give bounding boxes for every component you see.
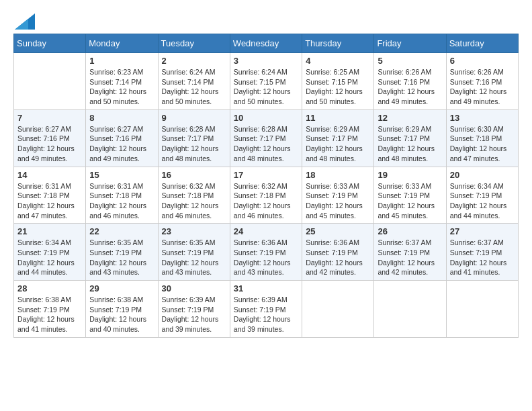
calendar-cell: 7 Sunrise: 6:27 AM Sunset: 7:16 PM Dayli… [14,109,86,167]
day-info: Sunrise: 6:27 AM Sunset: 7:16 PM Dayligh… [89,125,146,163]
day-number: 18 [306,170,370,180]
day-number: 23 [162,226,226,236]
day-info: Sunrise: 6:34 AM Sunset: 7:19 PM Dayligh… [17,238,75,276]
day-info: Sunrise: 6:37 AM Sunset: 7:19 PM Dayligh… [450,238,507,276]
header-day-saturday: Saturday [446,34,518,53]
calendar-cell: 8 Sunrise: 6:27 AM Sunset: 7:16 PM Dayli… [86,109,158,167]
day-info: Sunrise: 6:37 AM Sunset: 7:19 PM Dayligh… [378,238,435,276]
calendar-cell: 27 Sunrise: 6:37 AM Sunset: 7:19 PM Dayl… [446,224,518,281]
calendar-cell: 31 Sunrise: 6:39 AM Sunset: 7:19 PM Dayl… [230,281,302,338]
calendar-week-row: 14 Sunrise: 6:31 AM Sunset: 7:18 PM Dayl… [14,167,519,224]
calendar-week-row: 7 Sunrise: 6:27 AM Sunset: 7:16 PM Dayli… [14,109,519,167]
calendar-cell: 9 Sunrise: 6:28 AM Sunset: 7:17 PM Dayli… [158,109,230,167]
day-number: 15 [89,170,154,180]
day-info: Sunrise: 6:33 AM Sunset: 7:19 PM Dayligh… [306,182,363,220]
calendar-cell: 17 Sunrise: 6:32 AM Sunset: 7:18 PM Dayl… [230,167,302,224]
day-number: 7 [17,113,82,123]
header-day-thursday: Thursday [302,34,374,53]
day-number: 9 [162,113,226,123]
day-number: 8 [89,113,154,123]
day-number: 20 [450,170,515,180]
calendar-cell: 25 Sunrise: 6:36 AM Sunset: 7:19 PM Dayl… [302,224,374,281]
day-number: 3 [234,56,298,66]
day-number: 28 [17,283,82,293]
calendar-cell: 12 Sunrise: 6:29 AM Sunset: 7:17 PM Dayl… [374,109,446,167]
header-day-friday: Friday [374,34,446,53]
day-info: Sunrise: 6:36 AM Sunset: 7:19 PM Dayligh… [234,238,291,276]
day-info: Sunrise: 6:39 AM Sunset: 7:19 PM Dayligh… [162,295,219,333]
day-info: Sunrise: 6:30 AM Sunset: 7:18 PM Dayligh… [450,125,507,163]
day-number: 31 [234,283,298,293]
calendar-table: SundayMondayTuesdayWednesdayThursdayFrid… [13,34,519,338]
day-number: 30 [162,283,226,293]
day-info: Sunrise: 6:23 AM Sunset: 7:14 PM Dayligh… [89,68,146,105]
day-info: Sunrise: 6:32 AM Sunset: 7:18 PM Dayligh… [234,182,291,220]
calendar-cell: 22 Sunrise: 6:35 AM Sunset: 7:19 PM Dayl… [86,224,158,281]
calendar-week-row: 21 Sunrise: 6:34 AM Sunset: 7:19 PM Dayl… [14,224,519,281]
calendar-cell: 2 Sunrise: 6:24 AM Sunset: 7:14 PM Dayli… [158,53,230,110]
calendar-cell [302,281,374,338]
calendar-cell: 18 Sunrise: 6:33 AM Sunset: 7:19 PM Dayl… [302,167,374,224]
calendar-cell: 16 Sunrise: 6:32 AM Sunset: 7:18 PM Dayl… [158,167,230,224]
calendar-cell [374,281,446,338]
calendar-cell: 1 Sunrise: 6:23 AM Sunset: 7:14 PM Dayli… [86,53,158,110]
calendar-cell: 20 Sunrise: 6:34 AM Sunset: 7:19 PM Dayl… [446,167,518,224]
day-info: Sunrise: 6:38 AM Sunset: 7:19 PM Dayligh… [17,295,75,333]
day-number: 1 [89,56,154,66]
calendar-cell: 24 Sunrise: 6:36 AM Sunset: 7:19 PM Dayl… [230,224,302,281]
day-info: Sunrise: 6:36 AM Sunset: 7:19 PM Dayligh… [306,238,363,276]
calendar-cell: 6 Sunrise: 6:26 AM Sunset: 7:16 PM Dayli… [446,53,518,110]
day-info: Sunrise: 6:35 AM Sunset: 7:19 PM Dayligh… [89,238,146,276]
calendar-cell: 4 Sunrise: 6:25 AM Sunset: 7:15 PM Dayli… [302,53,374,110]
calendar-cell [446,281,518,338]
day-info: Sunrise: 6:28 AM Sunset: 7:17 PM Dayligh… [234,125,291,163]
calendar-cell: 28 Sunrise: 6:38 AM Sunset: 7:19 PM Dayl… [14,281,86,338]
day-info: Sunrise: 6:26 AM Sunset: 7:16 PM Dayligh… [378,68,435,105]
day-number: 24 [234,226,298,236]
day-number: 27 [450,226,515,236]
day-number: 21 [17,226,82,236]
day-info: Sunrise: 6:26 AM Sunset: 7:16 PM Dayligh… [450,68,507,105]
day-info: Sunrise: 6:28 AM Sunset: 7:17 PM Dayligh… [162,125,219,163]
day-number: 2 [162,56,226,66]
day-info: Sunrise: 6:29 AM Sunset: 7:17 PM Dayligh… [306,125,363,163]
calendar-cell: 10 Sunrise: 6:28 AM Sunset: 7:17 PM Dayl… [230,109,302,167]
day-number: 13 [450,113,515,123]
day-number: 26 [378,226,442,236]
calendar-cell: 14 Sunrise: 6:31 AM Sunset: 7:18 PM Dayl… [14,167,86,224]
day-info: Sunrise: 6:29 AM Sunset: 7:17 PM Dayligh… [378,125,435,163]
calendar-cell [14,53,86,110]
day-number: 5 [378,56,442,66]
header-day-monday: Monday [86,34,158,53]
calendar-cell: 30 Sunrise: 6:39 AM Sunset: 7:19 PM Dayl… [158,281,230,338]
day-info: Sunrise: 6:34 AM Sunset: 7:19 PM Dayligh… [450,182,507,220]
day-number: 6 [450,56,515,66]
day-info: Sunrise: 6:38 AM Sunset: 7:19 PM Dayligh… [89,295,146,333]
day-number: 10 [234,113,298,123]
logo-icon [15,13,35,30]
day-info: Sunrise: 6:33 AM Sunset: 7:19 PM Dayligh… [378,182,435,220]
header-day-sunday: Sunday [14,34,86,53]
calendar-cell: 3 Sunrise: 6:24 AM Sunset: 7:15 PM Dayli… [230,53,302,110]
logo [13,13,35,27]
calendar-cell: 13 Sunrise: 6:30 AM Sunset: 7:18 PM Dayl… [446,109,518,167]
day-info: Sunrise: 6:27 AM Sunset: 7:16 PM Dayligh… [17,125,75,163]
svg-marker-1 [15,19,28,30]
day-number: 14 [17,170,82,180]
day-number: 22 [89,226,154,236]
calendar-cell: 15 Sunrise: 6:31 AM Sunset: 7:18 PM Dayl… [86,167,158,224]
day-number: 12 [378,113,442,123]
calendar-header-row: SundayMondayTuesdayWednesdayThursdayFrid… [14,34,519,53]
day-number: 29 [89,283,154,293]
calendar-cell: 23 Sunrise: 6:35 AM Sunset: 7:19 PM Dayl… [158,224,230,281]
day-info: Sunrise: 6:32 AM Sunset: 7:18 PM Dayligh… [162,182,219,220]
calendar-cell: 21 Sunrise: 6:34 AM Sunset: 7:19 PM Dayl… [14,224,86,281]
calendar-week-row: 1 Sunrise: 6:23 AM Sunset: 7:14 PM Dayli… [14,53,519,110]
day-number: 16 [162,170,226,180]
calendar-cell: 11 Sunrise: 6:29 AM Sunset: 7:17 PM Dayl… [302,109,374,167]
day-number: 17 [234,170,298,180]
calendar-cell: 5 Sunrise: 6:26 AM Sunset: 7:16 PM Dayli… [374,53,446,110]
header [13,13,519,27]
day-info: Sunrise: 6:31 AM Sunset: 7:18 PM Dayligh… [17,182,75,220]
calendar-cell: 26 Sunrise: 6:37 AM Sunset: 7:19 PM Dayl… [374,224,446,281]
